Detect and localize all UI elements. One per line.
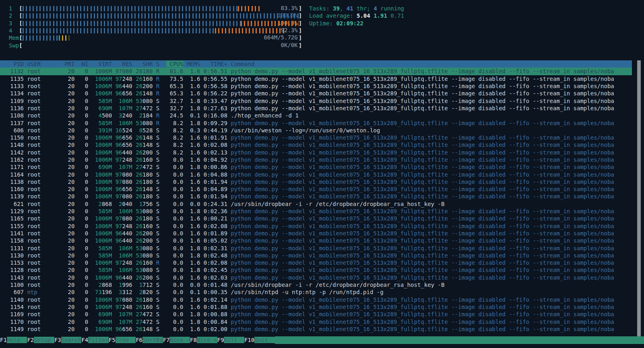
fkey-search[interactable]: F3Search <box>54 336 81 344</box>
mem-cell: 0.1 <box>183 112 200 119</box>
meter-swp: Swp[0K/0K] <box>9 41 302 49</box>
fkey-nice[interactable]: F7Nice - <box>163 336 190 344</box>
process-row-1141[interactable]: 1141 root 20 0 1006M 96440 26200 S 0.0 1… <box>0 230 632 237</box>
pri-cell: 20 <box>58 164 74 170</box>
process-row-1133[interactable]: 1133 root 20 0 1006M 96440 26200 R 65.3 … <box>0 82 632 90</box>
col-res[interactable]: RES <box>112 61 132 67</box>
user-cell: root <box>24 193 58 200</box>
col-command[interactable]: Command <box>227 61 254 67</box>
pri-cell: 20 <box>58 193 74 200</box>
process-row-1142[interactable]: 1142 root 20 0 1006M 96440 26200 S 8.2 1… <box>0 149 632 156</box>
col-user[interactable]: USER <box>24 61 58 67</box>
pid-cell: 1139 <box>0 193 24 200</box>
time-cell: 0:00.84 <box>200 319 227 325</box>
state-cell: S <box>156 164 159 170</box>
fkey-number: F8 <box>190 337 197 343</box>
col-shr[interactable]: SHR <box>132 61 153 67</box>
process-row-1140[interactable]: 1140 root 20 0 1006M 97080 26180 S 0.0 1… <box>0 296 632 303</box>
process-row-1148[interactable]: 1148 root 20 0 1006M 96656 26148 S 8.2 1… <box>0 141 632 148</box>
fkey-kill[interactable]: F9Kill <box>217 336 244 344</box>
process-row-1171[interactable]: 1171 root 20 0 690M 107M 27472 S 0.0 1.8… <box>0 163 632 171</box>
pri-cell: 20 <box>58 223 74 229</box>
ni-cell: 0 <box>74 230 88 237</box>
process-row-1153[interactable]: 1153 root 20 0 1006M 97248 26160 R 0.0 1… <box>0 259 632 266</box>
scrollbar[interactable] <box>637 60 641 336</box>
state-cell: S <box>156 311 159 317</box>
process-row-1109[interactable]: 1109 root 20 0 585M 106M 53080 S 32.7 1.… <box>0 97 632 104</box>
table-header[interactable]: PID USER PRI NI VIRT RES SHR S CPU% MEM%… <box>0 60 632 68</box>
fkey-sortby[interactable]: F6SortBy <box>136 336 163 344</box>
state-cell: R <box>156 76 159 82</box>
process-row-1100[interactable]: 1100 root 20 0 2868 1996 1712 S 0.0 0.0 … <box>0 281 632 288</box>
fkey-help[interactable]: F1Help <box>0 336 27 344</box>
virt-cell: 690M <box>88 319 112 325</box>
process-row-1162[interactable]: 1162 root 20 0 1006M 97248 26160 S 0.0 1… <box>0 156 632 163</box>
shr-cell: 26 <box>132 134 142 141</box>
fkey-tree[interactable]: F5Tree <box>109 336 136 344</box>
ni-cell: 0 <box>74 267 88 273</box>
col-pid[interactable]: PID <box>0 61 24 67</box>
ni-cell: 0 <box>74 326 88 332</box>
process-row-1135[interactable]: 1135 root 20 0 1006M 97248 26160 R 73.5 … <box>0 75 632 82</box>
res-cell: 97 <box>112 223 122 229</box>
res-cell: 107M <box>112 319 132 325</box>
col-mem[interactable]: MEM% <box>183 61 200 67</box>
process-row-1169[interactable]: 1169 root 20 0 690M 107M 27472 S 0.0 1.8… <box>0 311 632 318</box>
fkey-number: F2 <box>27 337 34 343</box>
virt-cell: 1006M <box>88 304 112 310</box>
process-row-1139[interactable]: 1139 root 20 0 1006M 97080 26180 S 0.0 1… <box>0 193 632 200</box>
user-cell: root <box>24 142 58 148</box>
process-row-1132[interactable]: 1132 root 20 0 1006M 97080 26180 R 81.6 … <box>0 68 632 75</box>
command-cell: python demo.py --model v1_mobilenet075_1… <box>227 186 614 192</box>
process-row-1136[interactable]: 1136 root 20 0 690M 107M 27472 S 32.7 1.… <box>0 105 632 112</box>
command-cell: python demo.py --model v1_mobilenet075_1… <box>227 90 614 97</box>
fkey-label: Nice - <box>169 337 190 343</box>
col-pri[interactable]: PRI <box>58 61 74 67</box>
process-row-1164[interactable]: 1164 root 20 0 1006M 97080 26180 S 0.0 1… <box>0 171 632 178</box>
process-row-1131[interactable]: 1131 root 20 0 585M 106M 53080 S 0.0 1.8… <box>0 244 632 251</box>
fkey-quit[interactable]: F10Quit <box>244 336 275 344</box>
col-time[interactable]: TIME+ <box>200 61 227 67</box>
pid-cell: 1135 <box>0 76 24 82</box>
process-row-1130[interactable]: 1130 root 20 0 585M 106M 53080 S 0.0 1.8… <box>0 252 632 259</box>
process-row-1134[interactable]: 1134 root 20 0 1006M 96656 26148 R 65.3 … <box>0 90 632 97</box>
process-row-1143[interactable]: 1143 root 20 0 1006M 96440 26200 S 0.0 1… <box>0 274 632 281</box>
state-cell: S <box>156 171 159 178</box>
mem-cell: 1.8 <box>183 105 200 111</box>
fkey-filter[interactable]: F4Filter <box>81 336 108 344</box>
virt-cell: 2 <box>88 282 102 288</box>
meter-bar: 100.0% <box>23 12 299 19</box>
process-row-1170[interactable]: 1170 root 20 0 690M 107M 27472 S 0.0 1.8… <box>0 318 632 325</box>
process-row-1158[interactable]: 1158 root 20 0 1006M 96440 26200 S 0.0 1… <box>0 237 632 244</box>
load-5min: 1.91 <box>374 12 387 19</box>
process-row-1165[interactable]: 1165 root 20 0 1006M 97080 26180 S 0.0 1… <box>0 215 632 222</box>
process-row-1149[interactable]: 1149 root 20 0 1006M 96656 26148 S 0.0 1… <box>0 325 632 333</box>
command-cell: python demo.py --model v1_mobilenet075_1… <box>227 98 614 104</box>
process-row-621[interactable]: 621 root 20 0 2868 2040 1756 S 0.0 0.0 0… <box>0 200 632 208</box>
process-row-1154[interactable]: 1154 root 20 0 1006M 97248 26160 S 0.0 1… <box>0 303 632 311</box>
fkey-nice[interactable]: F8Nice + <box>190 336 217 344</box>
virt-cell: 1006M <box>88 134 112 141</box>
process-row-607[interactable]: 607 ntp 20 0 73196 3312 2820 S 0.0 0.1 0… <box>0 288 632 296</box>
process-row-1128[interactable]: 1128 root 20 0 585M 106M 53080 S 0.0 1.8… <box>0 266 632 274</box>
process-row-1160[interactable]: 1160 root 20 0 1006M 96656 26148 S 0.0 1… <box>0 185 632 193</box>
state-cell: S <box>156 193 159 200</box>
process-row-1138[interactable]: 1138 root 20 0 1006M 97080 26180 S 0.0 1… <box>0 178 632 185</box>
col-virt[interactable]: VIRT <box>88 61 112 67</box>
process-row-1129[interactable]: 1129 root 20 0 585M 106M 53080 S 0.0 1.8… <box>0 208 632 215</box>
process-row-606[interactable]: 606 root 20 0 391M 16524 8528 S 8.2 0.3 … <box>0 127 632 134</box>
process-row-1137[interactable]: 1137 root 20 0 585M 106M 53080 R 8.2 1.8… <box>0 119 632 126</box>
process-row-1155[interactable]: 1155 root 20 0 1006M 97248 26160 S 0.0 1… <box>0 222 632 230</box>
command-cell: python demo.py --model v1_mobilenet075_1… <box>227 164 614 170</box>
ni-cell: 0 <box>74 223 88 229</box>
col-ni[interactable]: NI <box>74 61 88 67</box>
process-row-1108[interactable]: 1108 root 20 0 4500 3240 2184 R 24.5 0.1… <box>0 112 632 119</box>
shr-cell: 26 <box>132 90 142 97</box>
time-cell: 0:01.89 <box>200 230 227 237</box>
process-row-1150[interactable]: 1150 root 20 0 1006M 96656 26148 S 8.2 1… <box>0 134 632 141</box>
shr-cell: 53 <box>132 120 142 126</box>
fkey-setup[interactable]: F2Setup <box>27 336 54 344</box>
col-cpu-sort[interactable]: CPU% <box>166 61 183 67</box>
meter-bar: 0K/0K <box>23 42 299 49</box>
col-state[interactable]: S <box>153 61 159 67</box>
